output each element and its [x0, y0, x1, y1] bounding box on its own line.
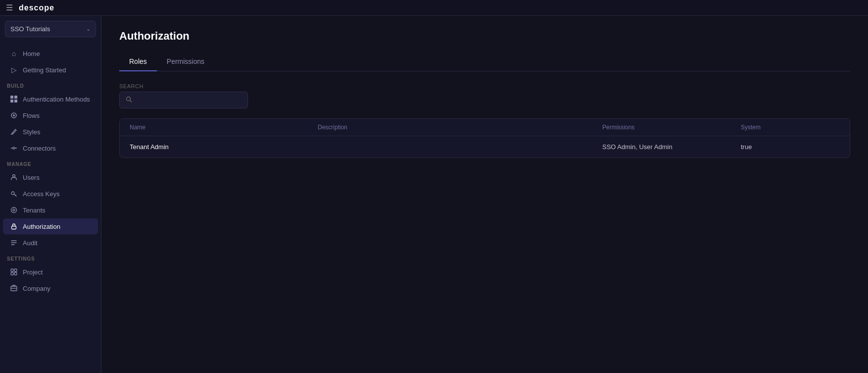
- project-selector[interactable]: SSO Tutorials ⌄: [5, 21, 96, 37]
- sidebar-section-build: Build Authentication Methods Flows Style…: [0, 78, 101, 157]
- svg-rect-13: [11, 272, 13, 275]
- search-container: Search: [119, 83, 850, 108]
- svg-point-9: [13, 209, 15, 211]
- search-label: Search: [119, 83, 850, 89]
- lock-icon: [10, 222, 18, 230]
- tenants-icon: [10, 206, 18, 214]
- column-description: Description: [318, 124, 602, 131]
- sidebar-item-label: Audit: [23, 239, 38, 247]
- sidebar-item-label: Authorization: [23, 223, 60, 230]
- svg-point-16: [127, 97, 131, 101]
- svg-point-6: [13, 175, 15, 177]
- sidebar-item-label: Getting Started: [23, 66, 66, 74]
- company-icon: [10, 284, 18, 292]
- sidebar-item-access-keys[interactable]: Access Keys: [3, 186, 98, 202]
- svg-rect-10: [12, 226, 16, 229]
- sidebar-item-label: Access Keys: [23, 190, 59, 198]
- svg-point-5: [13, 114, 15, 116]
- key-icon: [10, 190, 18, 198]
- sidebar-item-company[interactable]: Company: [3, 280, 98, 296]
- project-selector-label: SSO Tutorials: [10, 25, 50, 33]
- flows-icon: [10, 111, 18, 119]
- column-system: System: [741, 124, 840, 131]
- styles-icon: [10, 128, 18, 136]
- sidebar-item-authentication-methods[interactable]: Authentication Methods: [3, 91, 98, 107]
- menu-icon[interactable]: ☰: [6, 3, 13, 12]
- section-label-build: Build: [0, 78, 101, 91]
- svg-point-8: [11, 208, 17, 213]
- column-permissions: Permissions: [602, 124, 741, 131]
- column-name: Name: [130, 124, 318, 131]
- sidebar-section-settings: Settings Project Company: [0, 251, 101, 297]
- sidebar-item-label: Project: [23, 268, 43, 276]
- svg-rect-14: [14, 272, 17, 275]
- sidebar-section-home: ⌂ Home ▷ Getting Started: [0, 45, 101, 78]
- sidebar-item-users[interactable]: Users: [3, 169, 98, 185]
- svg-rect-11: [11, 269, 13, 271]
- svg-rect-0: [10, 96, 13, 99]
- connectors-icon: [10, 144, 18, 152]
- sidebar-section-manage: Manage Users Access Keys Tenants Authori…: [0, 157, 101, 251]
- project-icon: [10, 268, 18, 276]
- sidebar-item-label: Home: [23, 50, 40, 57]
- users-icon: [10, 173, 18, 181]
- sidebar-item-connectors[interactable]: Connectors: [3, 140, 98, 156]
- sidebar-item-label: Connectors: [23, 145, 55, 152]
- sidebar-item-getting-started[interactable]: ▷ Getting Started: [3, 62, 98, 78]
- section-label-settings: Settings: [0, 251, 101, 264]
- sidebar-item-label: Company: [23, 285, 50, 292]
- home-icon: ⌂: [10, 50, 18, 57]
- chevron-down-icon: ⌄: [86, 26, 91, 32]
- play-icon: ▷: [10, 66, 18, 74]
- table-row[interactable]: Tenant Admin SSO Admin, User Admin true: [120, 136, 850, 158]
- search-input-wrap: [119, 92, 248, 108]
- sidebar-item-label: Authentication Methods: [23, 96, 90, 103]
- logo-text: descope: [19, 3, 54, 12]
- content-area: Authorization Roles Permissions Search N…: [101, 16, 868, 373]
- cell-permissions: SSO Admin, User Admin: [602, 143, 741, 151]
- sidebar-item-audit[interactable]: Audit: [3, 235, 98, 251]
- sidebar-item-project[interactable]: Project: [3, 264, 98, 280]
- svg-rect-1: [14, 96, 17, 99]
- section-label-manage: Manage: [0, 157, 101, 169]
- search-icon: [126, 96, 132, 104]
- sidebar-item-label: Styles: [23, 128, 40, 136]
- main-content: Authorization Roles Permissions Search N…: [101, 0, 868, 373]
- sidebar-item-label: Tenants: [23, 207, 46, 214]
- sidebar-item-home[interactable]: ⌂ Home: [3, 46, 98, 61]
- svg-rect-2: [10, 100, 13, 103]
- sidebar-item-flows[interactable]: Flows: [3, 107, 98, 123]
- table-header: Name Description Permissions System: [120, 119, 850, 136]
- sidebar: SSO Tutorials ⌄ ⌂ Home ▷ Getting Started…: [0, 0, 101, 373]
- svg-rect-12: [14, 269, 17, 271]
- sidebar-item-authorization[interactable]: Authorization: [3, 218, 98, 234]
- search-input[interactable]: [136, 97, 241, 104]
- tabs: Roles Permissions: [119, 53, 850, 71]
- page-title: Authorization: [119, 30, 850, 43]
- sidebar-item-label: Users: [23, 174, 40, 181]
- logo: descope: [19, 3, 54, 12]
- tab-roles[interactable]: Roles: [119, 53, 157, 71]
- grid-icon: [10, 95, 18, 103]
- audit-icon: [10, 239, 18, 247]
- sidebar-item-styles[interactable]: Styles: [3, 124, 98, 140]
- cell-name: Tenant Admin: [130, 143, 318, 151]
- svg-rect-3: [14, 100, 17, 103]
- topbar: ☰ descope: [0, 0, 868, 16]
- sidebar-item-tenants[interactable]: Tenants: [3, 202, 98, 218]
- tab-permissions[interactable]: Permissions: [157, 53, 214, 71]
- cell-system: true: [741, 143, 840, 151]
- roles-table: Name Description Permissions System Tena…: [119, 118, 850, 158]
- sidebar-item-label: Flows: [23, 112, 40, 119]
